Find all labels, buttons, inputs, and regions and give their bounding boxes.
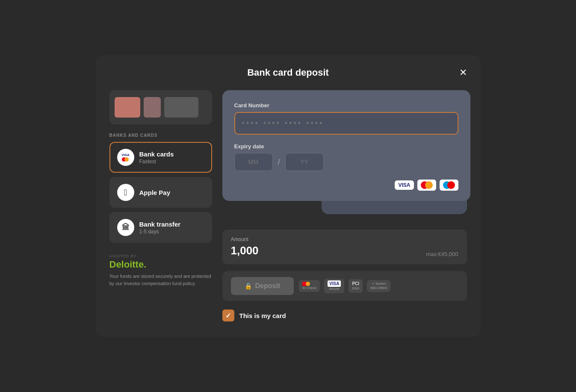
mc-logo <box>421 181 433 189</box>
maestro-logo <box>440 180 458 191</box>
sec-badge-mc: ID Check <box>299 280 320 292</box>
bank-icon: 🏛 <box>122 223 130 232</box>
mc-logo-yellow <box>425 181 433 189</box>
bank-transfer-info: Bank transfer 1-5 days <box>139 221 204 235</box>
bank-cards-info: Bank cards Fastest <box>139 150 204 165</box>
checkmark-icon: ✓ <box>225 312 231 320</box>
visa-text: VISA <box>121 153 130 157</box>
amount-max: max:€45,000 <box>426 251 458 257</box>
audited-label: AUDITED BY <box>109 254 212 258</box>
modal-title: Bank card deposit <box>109 67 467 78</box>
pci-text: PCI <box>352 281 359 286</box>
preview-block-2 <box>144 97 161 118</box>
section-label: BANKS AND CARDS <box>109 133 212 138</box>
apple-pay-info: Apple Pay <box>139 189 204 196</box>
security-logos: ID Check VISA secure PCI DSS ✓ Norton SE… <box>299 279 390 293</box>
bank-transfer-name: Bank transfer <box>139 221 204 228</box>
card-front: Card Number Expiry date / VISA <box>222 90 470 201</box>
modal-body: BANKS AND CARDS VISA Bank cards Fastest <box>109 90 467 323</box>
visa-sec-text: VISA <box>328 280 341 287</box>
modal-header: Bank card deposit ✕ <box>109 67 467 78</box>
my-card-checkbox[interactable]: ✓ <box>222 309 234 321</box>
mc-logo2 <box>443 181 455 189</box>
deloitte-name: Deloitte <box>109 259 144 270</box>
apple-icon:  <box>124 188 127 197</box>
expiry-label: Expiry date <box>234 143 458 150</box>
bank-icon-container: 🏛 <box>117 219 134 236</box>
audited-section: AUDITED BY Deloitte. Your funds are stor… <box>109 254 212 287</box>
bank-cards-name: Bank cards <box>139 150 204 158</box>
pci-dss: DSS <box>352 286 359 291</box>
visa-mc-icon: VISA <box>117 149 134 166</box>
deposit-row: 🔒 Deposit ID Check VISA secure <box>222 271 467 301</box>
amount-label: Amount <box>231 236 259 242</box>
user-card-preview <box>109 90 212 124</box>
sec-badge-norton: ✓ Norton SECURED <box>367 280 390 292</box>
deloitte-dot: . <box>144 259 146 270</box>
amount-left: Amount 1,000 <box>231 236 259 257</box>
bank-cards-sub: Fastest <box>139 159 204 165</box>
mastercard-logo <box>417 180 436 191</box>
card-number-input[interactable] <box>234 112 458 135</box>
main-content: CVV The last 3 digits on the reverse Car… <box>222 90 467 323</box>
norton-text: ✓ Norton <box>370 282 387 286</box>
deposit-button[interactable]: 🔒 Deposit <box>231 277 294 295</box>
norton-secured: SECURED <box>370 286 387 290</box>
close-button[interactable]: ✕ <box>459 68 467 77</box>
deposit-modal: Bank card deposit ✕ BANKS AND CARDS VISA <box>96 55 481 337</box>
payment-option-bank-cards[interactable]: VISA Bank cards Fastest <box>109 142 212 173</box>
card-form-container: CVV The last 3 digits on the reverse Car… <box>222 90 467 223</box>
sec-badge-visa: VISA secure <box>324 279 344 293</box>
preview-block-3 <box>164 97 198 118</box>
sec-badge-mc-line2: ID Check <box>302 286 316 290</box>
lock-icon: 🔒 <box>245 283 252 289</box>
payment-option-bank-transfer[interactable]: 🏛 Bank transfer 1-5 days <box>109 212 212 243</box>
card-number-label: Card Number <box>234 102 458 109</box>
security-text: Your funds are stored securely and are p… <box>109 273 212 287</box>
card-logos: VISA <box>234 180 458 191</box>
mc-yellow-dot <box>124 157 129 162</box>
visa-card-logo: VISA <box>395 180 414 190</box>
sec-badge-mc-line1 <box>302 282 316 286</box>
preview-block-1 <box>115 97 140 118</box>
bank-transfer-sub: 1-5 days <box>139 229 204 235</box>
deposit-btn-label: Deposit <box>255 282 281 290</box>
expiry-slash: / <box>278 158 280 167</box>
apple-pay-name: Apple Pay <box>139 189 204 196</box>
my-card-label: This is my card <box>239 312 286 319</box>
checkbox-row: ✓ This is my card <box>222 308 467 323</box>
visa-sec-sub: secure <box>328 287 341 291</box>
amount-value: 1,000 <box>231 244 259 257</box>
sec-badge-pci: PCI DSS <box>349 279 363 292</box>
expiry-section: Expiry date / <box>234 143 458 171</box>
sidebar: BANKS AND CARDS VISA Bank cards Fastest <box>109 90 212 323</box>
amount-box: Amount 1,000 max:€45,000 <box>222 230 467 264</box>
payment-option-apple-pay[interactable]:  Apple Pay <box>109 177 212 208</box>
deloitte-text: Deloitte. <box>109 259 212 270</box>
apple-icon-container:  <box>117 184 134 201</box>
expiry-yy-input[interactable] <box>285 153 324 171</box>
maestro-red <box>447 181 455 189</box>
expiry-row: / <box>234 153 458 171</box>
expiry-mm-input[interactable] <box>234 153 273 171</box>
mc-sec-y <box>306 282 310 286</box>
mc-dots <box>122 157 129 162</box>
